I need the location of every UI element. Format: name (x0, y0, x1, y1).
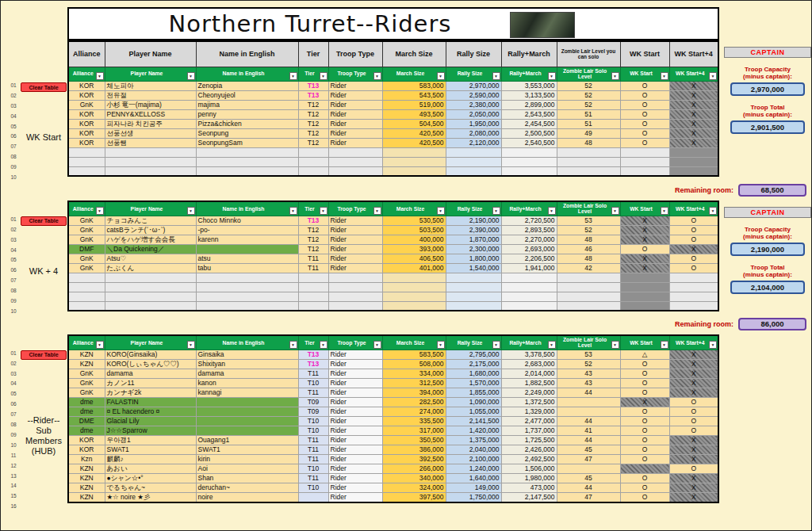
cell-player[interactable]: たぶくん (105, 263, 196, 273)
cell-lair[interactable]: 51 (557, 119, 620, 128)
cell-rally[interactable]: 1,950,000 (446, 119, 501, 128)
cell-rally[interactable]: 2,300,000 (446, 244, 501, 254)
cell-rally[interactable] (446, 157, 501, 166)
cell-wk[interactable]: O (620, 378, 669, 388)
cell-rally[interactable]: 2,141,500 (446, 416, 501, 426)
cell-wk[interactable]: O (620, 416, 669, 426)
cell-troop[interactable]: Rider (328, 426, 382, 435)
cell-troop[interactable]: Rider (328, 435, 382, 445)
cell-march[interactable] (382, 301, 446, 311)
cell-tier[interactable] (298, 273, 328, 282)
cell-tier[interactable]: T09 (298, 397, 328, 407)
cell-troop[interactable]: Rider (328, 90, 382, 100)
cell-lair[interactable] (557, 157, 620, 166)
cell-player[interactable]: 선풍선생 (105, 128, 196, 138)
cell-troop[interactable]: Rider (328, 216, 382, 225)
cell-rallymarch[interactable]: 3,553,000 (501, 81, 557, 90)
cell-player[interactable] (105, 282, 196, 292)
cell-tier[interactable] (298, 292, 328, 301)
cell-rallymarch[interactable]: 2,206,500 (501, 254, 557, 263)
cell-english[interactable]: SWAT1 (196, 445, 298, 454)
cell-tier[interactable]: T11 (298, 369, 328, 378)
cell-alliance[interactable] (68, 282, 105, 292)
cell-wk4[interactable]: X (669, 359, 718, 369)
cell-rallymarch[interactable]: 2,147,500 (501, 492, 557, 502)
cell-player[interactable]: 체노피아 (105, 81, 196, 90)
cell-english[interactable]: Ginsaika (196, 350, 298, 359)
cell-wk[interactable]: X (620, 397, 669, 407)
cell-player[interactable]: SWAT1 (105, 445, 196, 454)
filter-dropdown-icon[interactable]: ▼ (661, 341, 668, 349)
cell-wk4[interactable]: X (669, 350, 718, 359)
cell-player[interactable] (105, 147, 196, 157)
cell-rallymarch[interactable]: 1,329,000 (501, 407, 557, 416)
cell-rallymarch[interactable]: 2,683,000 (501, 359, 557, 369)
cell-player[interactable]: FALASTIN (105, 397, 196, 407)
cell-march[interactable] (382, 282, 446, 292)
cell-rally[interactable]: 1,240,000 (446, 464, 501, 473)
cell-troop[interactable] (328, 301, 382, 311)
cell-troop[interactable] (328, 282, 382, 292)
cell-rally[interactable]: 1,090,000 (446, 397, 501, 407)
cell-english[interactable] (196, 282, 298, 292)
cell-player[interactable]: チョコみんこ (105, 216, 196, 225)
cell-troop[interactable]: Rider (328, 378, 382, 388)
cell-alliance[interactable] (68, 157, 105, 166)
cell-wk[interactable]: O (620, 369, 669, 378)
cell-tier[interactable]: T13 (298, 216, 328, 225)
cell-troop[interactable]: Rider (328, 100, 382, 109)
cell-wk[interactable] (620, 273, 669, 282)
cell-wk4[interactable]: O (669, 397, 718, 407)
cell-english[interactable] (196, 244, 298, 254)
cell-player[interactable]: あおい (105, 464, 196, 473)
cell-tier[interactable]: T12 (298, 109, 328, 119)
cell-troop[interactable]: Rider (328, 138, 382, 147)
cell-rally[interactable]: 1,375,000 (446, 435, 501, 445)
cell-tier[interactable]: T11 (298, 454, 328, 464)
filter-dropdown-icon[interactable]: ▼ (437, 341, 445, 349)
cell-wk4[interactable]: O (669, 216, 718, 225)
cell-march[interactable] (382, 292, 446, 301)
cell-alliance[interactable]: GnK (68, 225, 105, 235)
cell-player[interactable]: catsBランチ(´･ω･`) (105, 225, 196, 235)
cell-lair[interactable]: 53 (557, 350, 620, 359)
cell-lair[interactable] (557, 147, 620, 157)
cell-tier[interactable]: T12 (298, 119, 328, 128)
cell-wk[interactable] (620, 292, 669, 301)
cell-wk[interactable]: O (620, 90, 669, 100)
cell-english[interactable] (196, 301, 298, 311)
cell-troop[interactable]: Rider (328, 483, 382, 492)
cell-rallymarch[interactable]: 2,899,000 (501, 100, 557, 109)
filter-dropdown-icon[interactable]: ▼ (187, 72, 195, 80)
cell-english[interactable]: tabu (196, 263, 298, 273)
cell-wk4[interactable]: X (669, 483, 718, 492)
cell-rallymarch[interactable] (501, 301, 557, 311)
cell-troop[interactable]: Rider (328, 454, 382, 464)
cell-english[interactable]: atsu (196, 254, 298, 263)
cell-troop[interactable]: Rider (328, 445, 382, 454)
cell-rally[interactable]: 2,380,000 (446, 100, 501, 109)
cell-rally[interactable]: 1,640,000 (446, 473, 501, 483)
cell-alliance[interactable] (68, 301, 105, 311)
cell-wk4[interactable]: O (669, 426, 718, 435)
cell-rallymarch[interactable]: 2,893,500 (501, 225, 557, 235)
filter-dropdown-icon[interactable]: ▼ (373, 341, 381, 349)
cell-march[interactable]: 393,000 (382, 244, 446, 254)
cell-alliance[interactable]: dme (68, 426, 105, 435)
cell-wk[interactable]: X (620, 263, 669, 273)
cell-wk[interactable] (620, 464, 669, 473)
cell-wk4[interactable]: O (669, 225, 718, 235)
cell-march[interactable]: 543,500 (382, 90, 446, 100)
cell-tier[interactable]: T13 (298, 90, 328, 100)
cell-english[interactable]: Shixityan (196, 359, 298, 369)
cell-player[interactable]: J☆☆Sparrow (105, 426, 196, 435)
cell-rallymarch[interactable]: 2,454,500 (501, 119, 557, 128)
cell-lair[interactable]: 53 (557, 216, 620, 225)
cell-rallymarch[interactable]: 2,014,000 (501, 369, 557, 378)
cell-player[interactable]: damama (105, 369, 196, 378)
cell-tier[interactable]: T12 (298, 225, 328, 235)
cell-english[interactable]: Choco Minnko (196, 216, 298, 225)
cell-alliance[interactable]: KOR (68, 435, 105, 445)
cell-tier[interactable]: T11 (298, 388, 328, 397)
cell-march[interactable]: 493,500 (382, 109, 446, 119)
